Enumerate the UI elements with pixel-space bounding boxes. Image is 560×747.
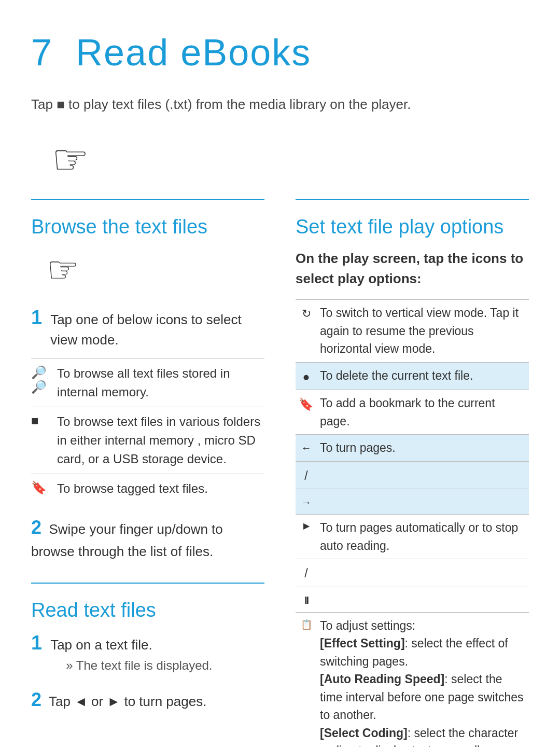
slash2: / (296, 559, 317, 587)
folder-browse-icon: ■ (31, 412, 57, 428)
browse-section-title: Browse the text files (31, 216, 264, 238)
browse-option-tagged-text: To browse tagged text files. (57, 479, 264, 498)
slash-divider: / (296, 461, 317, 489)
browse-option-internal-text: To browse all text files stored in inter… (57, 364, 264, 402)
internal-memory-icon: 🔎🔎 (31, 364, 57, 394)
browse-option-tagged: 🔖 To browse tagged text files. (31, 474, 264, 503)
browse-option-folders-text: To browse text files in various folders … (57, 412, 264, 468)
options-intro-text: On the play screen, tap the icons to sel… (296, 248, 529, 289)
chapter-number: 7 (31, 32, 53, 73)
read-step1-text: Tap on a text file. » The text file is d… (50, 632, 212, 675)
page-wrapper: 7 Read eBooks Tap ■ to play text files (… (31, 31, 529, 747)
step1-text: Tap one of below icons to select view mo… (50, 307, 264, 350)
tagged-icon: 🔖 (31, 479, 57, 495)
arrow-left-icon: ← (296, 435, 317, 462)
page-title: 7 Read eBooks (31, 31, 529, 74)
read-step1-number: 1 (31, 632, 42, 654)
turn-pages-text: To turn pages. (317, 435, 529, 462)
read-section-title: Read text files (31, 599, 264, 621)
options-section-title: Set text file play options (296, 216, 529, 238)
browse-option-internal: 🔎🔎 To browse all text files stored in in… (31, 358, 264, 407)
bookmark-icon: 🔖 (296, 390, 317, 435)
options-divider (296, 199, 529, 200)
intro-paragraph: Tap ■ to play text files (.txt) from the… (31, 94, 529, 115)
option-row-slash2: / (296, 559, 529, 587)
option-row-turn-pages: ← To turn pages. (296, 435, 529, 462)
option-row-settings: 📋 To adjust settings: [Effect Setting]: … (296, 612, 529, 747)
step1-number: 1 (31, 307, 42, 329)
settings-icon: 📋 (296, 612, 317, 747)
read-step1: 1 Tap on a text file. » The text file is… (31, 632, 264, 675)
vertical-view-text: To switch to vertical view mode. Tap it … (317, 300, 529, 363)
hand-gesture-icon-browse: ☞ (47, 248, 264, 291)
option-row-arrow-right: → (296, 489, 529, 515)
right-column: Set text file play options On the play s… (296, 199, 529, 747)
browse-step2: 2 Swipe your finger up/down to browse th… (31, 514, 264, 562)
delete-text: To delete the current text file. (317, 362, 529, 390)
option-row-bookmark: 🔖 To add a bookmark to the current page. (296, 390, 529, 435)
effect-setting-label: [Effect Setting] (320, 637, 405, 650)
option-row-slash: / (296, 461, 529, 489)
option-row-vertical: ↻ To switch to vertical view mode. Tap i… (296, 300, 529, 363)
delete-icon: ● (296, 362, 317, 390)
vertical-view-icon: ↻ (296, 300, 317, 363)
read-step2: 2 Tap ◄ or ► to turn pages. (31, 686, 264, 714)
title-text: Read eBooks (76, 32, 311, 73)
option-row-auto-read: ▶ To turn pages automatically or to stop… (296, 515, 529, 559)
hand-gesture-icon-top: ☞ (52, 135, 529, 184)
select-coding-label: [Select Coding] (320, 726, 408, 740)
read-step2-text: Tap ◄ or ► to turn pages. (49, 694, 206, 709)
auto-read-text: To turn pages automatically or to stop a… (317, 515, 529, 559)
two-column-layout: Browse the text files ☞ 1 Tap one of bel… (31, 199, 529, 747)
pause-icon: II (296, 587, 317, 612)
arrow-right-icon: → (296, 489, 317, 515)
option-row-delete: ● To delete the current text file. (296, 362, 529, 390)
auto-reading-speed-label: [Auto Reading Speed] (320, 672, 444, 686)
read-section: Read text files 1 Tap on a text file. » … (31, 583, 264, 714)
options-table: ↻ To switch to vertical view mode. Tap i… (296, 299, 529, 747)
browse-divider (31, 199, 264, 200)
read-step1-main: Tap on a text file. (50, 637, 152, 653)
read-divider (31, 583, 264, 584)
browse-option-folders: ■ To browse text files in various folder… (31, 407, 264, 474)
option-row-pause: II (296, 587, 529, 612)
settings-text: To adjust settings: [Effect Setting]: se… (317, 612, 529, 747)
browse-step1: 1 Tap one of below icons to select view … (31, 307, 264, 350)
read-step1-sub: » The text file is displayed. (66, 658, 212, 672)
left-column: Browse the text files ☞ 1 Tap one of bel… (31, 199, 264, 747)
play-icon: ▶ (296, 515, 317, 559)
bookmark-text: To add a bookmark to the current page. (317, 390, 529, 435)
